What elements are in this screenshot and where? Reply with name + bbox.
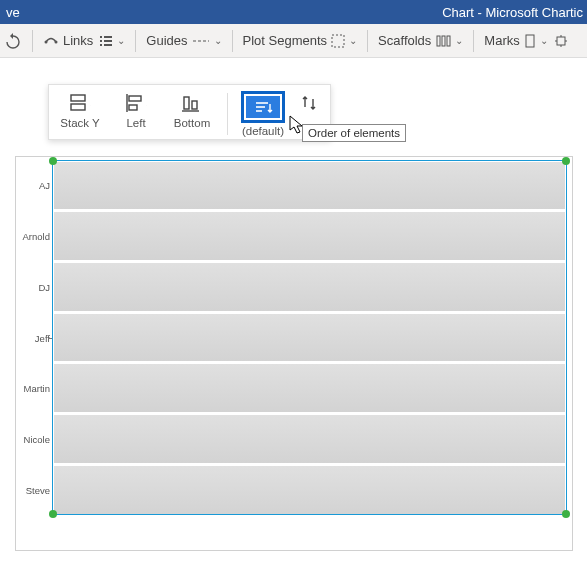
svg-rect-9	[332, 35, 344, 47]
svg-text:⌄: ⌄	[202, 99, 203, 109]
order-default-label: (default)	[242, 125, 284, 137]
y-label: Arnold	[23, 230, 50, 241]
align-left-icon: ⌄	[125, 93, 147, 113]
stack-y-button[interactable]: ⌄ Stack Y	[57, 91, 103, 129]
scaffold-icon	[435, 34, 451, 48]
svg-rect-5	[104, 40, 112, 42]
svg-rect-7	[104, 44, 112, 46]
svg-rect-6	[100, 44, 102, 46]
links-icon	[43, 33, 59, 49]
links-button[interactable]: Links	[43, 33, 93, 49]
undo-button[interactable]	[4, 33, 22, 49]
chevron-down-icon: ⌄	[349, 35, 357, 46]
align-left-label: Left	[126, 117, 145, 129]
canvas[interactable]: ⌄ Stack Y ⌄ Left ⌄ Bottom (default) Orde…	[0, 58, 587, 587]
stack-y-label: Stack Y	[60, 117, 99, 129]
svg-rect-11	[442, 36, 445, 46]
svg-rect-28	[192, 101, 197, 109]
chevron-down-icon: ⌄	[214, 35, 222, 46]
undo-icon	[4, 33, 22, 49]
sort-icon	[246, 96, 280, 118]
svg-rect-2	[100, 36, 102, 38]
titlebar-title: Chart - Microsoft Chartic	[20, 5, 587, 20]
guides-label: Guides	[146, 33, 187, 48]
links-label: Links	[63, 33, 93, 48]
chevron-down-icon: ⌄	[455, 35, 463, 46]
align-bottom-label: Bottom	[174, 117, 210, 129]
resize-handle-tl[interactable]	[49, 157, 57, 165]
svg-rect-13	[526, 35, 534, 47]
svg-rect-4	[100, 40, 102, 42]
list-icon	[99, 34, 113, 48]
marks-label: Marks	[484, 33, 519, 48]
y-label: Steve	[26, 484, 50, 495]
titlebar: ve Chart - Microsoft Chartic	[0, 0, 587, 24]
svg-rect-3	[104, 36, 112, 38]
align-bottom-icon: ⌄	[181, 93, 203, 113]
resize-handle-br[interactable]	[562, 510, 570, 518]
svg-rect-19	[71, 95, 85, 101]
svg-rect-10	[437, 36, 440, 46]
y-label: DJ	[38, 281, 50, 292]
titlebar-left-fragment: ve	[0, 5, 20, 20]
resize-handle-tr[interactable]	[562, 157, 570, 165]
ribbon: Links ⌄ Guides ⌄ Plot Segments ⌄ Scaffol…	[0, 24, 587, 58]
scaffolds-button[interactable]: Scaffolds ⌄	[378, 33, 463, 48]
svg-rect-27	[184, 97, 189, 109]
swap-button[interactable]	[296, 91, 322, 115]
svg-rect-12	[447, 36, 450, 46]
chevron-down-icon: ⌄	[540, 35, 548, 46]
svg-rect-24	[129, 105, 137, 110]
snap-icon	[554, 34, 568, 48]
links-style-button[interactable]: ⌄	[99, 34, 125, 48]
y-label: Nicole	[24, 434, 50, 445]
marks-more-button[interactable]	[554, 34, 568, 48]
y-axis-labels: AJ Arnold DJ Jeff Martin Nicole Steve	[15, 160, 52, 515]
plot-segments-button[interactable]: Plot Segments ⌄	[243, 33, 358, 48]
tooltip: Order of elements	[302, 124, 406, 142]
scaffolds-label: Scaffolds	[378, 33, 431, 48]
region-icon	[331, 34, 345, 48]
align-bottom-button[interactable]: ⌄ Bottom	[169, 91, 215, 129]
guides-button[interactable]: Guides ⌄	[146, 33, 221, 48]
svg-rect-23	[129, 96, 141, 101]
svg-point-1	[55, 40, 58, 43]
y-label: AJ	[39, 180, 50, 191]
resize-handle-bl[interactable]	[49, 510, 57, 518]
svg-point-0	[45, 40, 48, 43]
svg-text:⌄: ⌄	[89, 99, 91, 109]
y-label: Martin	[24, 383, 50, 394]
chevron-down-icon: ⌄	[117, 35, 125, 46]
selection-outline[interactable]	[52, 160, 567, 515]
svg-rect-20	[71, 104, 85, 110]
marks-button[interactable]: Marks ⌄	[484, 33, 547, 48]
mark-rect-icon	[524, 34, 536, 48]
sublayout-toolbar: ⌄ Stack Y ⌄ Left ⌄ Bottom (default)	[48, 84, 331, 140]
svg-rect-14	[557, 37, 565, 45]
swap-icon	[299, 93, 319, 113]
order-default-button[interactable]: (default)	[240, 91, 286, 137]
plot-segments-label: Plot Segments	[243, 33, 328, 48]
stack-y-icon: ⌄	[69, 93, 91, 113]
align-left-button[interactable]: ⌄ Left	[113, 91, 159, 129]
svg-text:⌄: ⌄	[145, 99, 147, 109]
guide-dashed-icon	[192, 35, 210, 47]
